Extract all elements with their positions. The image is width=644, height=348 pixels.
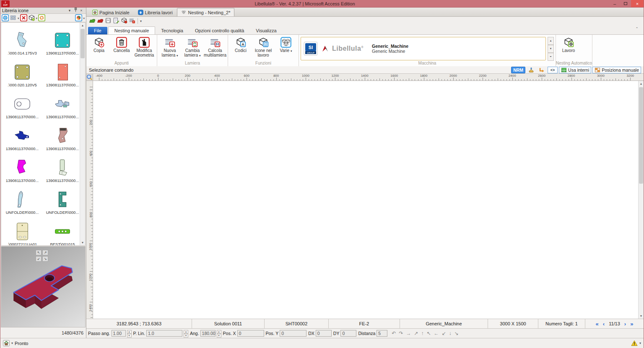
warning-menu-icon[interactable]: ▾	[639, 341, 641, 345]
open-red-button[interactable]	[97, 17, 104, 25]
scroll-down-icon[interactable]: ▼	[80, 240, 85, 245]
nrm-toggle[interactable]: NRM	[511, 67, 525, 73]
machine-down-icon[interactable]: ▼	[548, 45, 554, 53]
library-part-item[interactable]: .\000.014.175V3	[2, 23, 42, 55]
posiziona-manuale-toggle[interactable]: Posiziona manuale	[592, 67, 641, 73]
document-tab-nesting[interactable]: Nesting - Nexting_2*	[177, 8, 235, 16]
machine-up-icon[interactable]: ▲	[548, 37, 554, 45]
sync-parts-button[interactable]	[2, 14, 9, 21]
ribbon-button-new-sheet[interactable]: Nuova lamiera ▾	[159, 36, 181, 58]
library-part-item[interactable]: BEST\001015	[42, 215, 83, 246]
release-tool[interactable]	[527, 67, 536, 73]
document-tab-home[interactable]: Pagina Iniziale	[88, 8, 134, 16]
panel-close-button[interactable]: ×	[78, 8, 84, 13]
expand-down-left-icon[interactable]: ↙	[36, 256, 42, 262]
field-input-ang[interactable]: 180.00	[200, 330, 216, 337]
field-input-dy[interactable]: 0	[340, 330, 356, 337]
spin-down-icon[interactable]: ▼	[127, 334, 132, 338]
canvas-scrollbar[interactable]: ▲ ▼	[638, 81, 644, 319]
prev-sheet-button[interactable]: ‹	[603, 321, 605, 327]
last-sheet-button[interactable]: »	[630, 321, 633, 327]
ribbon-button-misc[interactable]: Varie ▾	[275, 36, 297, 54]
code-toggle[interactable]: <>	[548, 67, 558, 73]
nesting-canvas[interactable]	[93, 81, 638, 319]
move-left-icon[interactable]: ←	[434, 330, 439, 336]
sheet-alert-button[interactable]	[129, 17, 135, 25]
library-part-item[interactable]: 1390811370\000...	[2, 87, 42, 119]
first-sheet-button[interactable]: «	[596, 321, 599, 327]
panel-scrollbar[interactable]: ▲ ▼	[80, 23, 85, 245]
scroll-up-icon[interactable]: ▲	[80, 23, 85, 28]
document-tab-library[interactable]: Libreria lavori	[134, 8, 177, 16]
spin-up-icon[interactable]: ▲	[127, 330, 132, 334]
spin-down-icon[interactable]: ▼	[184, 334, 188, 338]
ribbon-button-calc-multisheet[interactable]: Calcola multilamiera	[204, 36, 226, 58]
view-mode-button-menu-icon[interactable]: ▾	[18, 15, 19, 20]
delete-part-button[interactable]	[20, 14, 27, 21]
box-alert-button[interactable]	[121, 17, 127, 25]
status-menu-icon[interactable]: ▾	[11, 341, 13, 345]
move-up-icon[interactable]: ↑	[421, 330, 424, 336]
library-part-item[interactable]: 1390811370\000...	[42, 23, 83, 55]
ribbon-button-copy[interactable]: Copia	[88, 36, 110, 53]
ribbon-tab-file[interactable]: File	[88, 27, 107, 34]
collapse-ribbon-icon[interactable]: ⌃	[634, 27, 640, 33]
library-part-item[interactable]: UNFOLDER\000...	[2, 183, 42, 215]
ribbon-button-job-icons[interactable]: Icone nel lavoro	[252, 36, 274, 58]
move-right-icon[interactable]: →	[406, 330, 411, 336]
view-mode-button[interactable]	[10, 14, 17, 21]
qat-overflow-icon[interactable]: ▾	[140, 19, 142, 23]
move-down-right-icon[interactable]: ↘	[454, 330, 459, 336]
open-green-button[interactable]	[89, 17, 96, 25]
expand-up-right-icon[interactable]: ↗	[42, 250, 48, 255]
library-part-item[interactable]: .\00027211UA01	[2, 215, 42, 246]
library-part-item[interactable]: 1390811370\000...	[42, 151, 83, 183]
warning-icon[interactable]	[631, 340, 638, 346]
field-input-pos-x[interactable]: 0	[237, 330, 264, 337]
field-input-passo-ang[interactable]: 1.00	[112, 330, 126, 337]
library-part-item[interactable]: 1390811370\000...	[2, 119, 42, 151]
home-status-icon[interactable]	[3, 340, 10, 346]
edit-doc-button[interactable]	[113, 17, 119, 25]
ribbon-tab-nesting-manuale[interactable]: Nesting manuale	[108, 26, 156, 34]
refresh-library-button[interactable]	[38, 14, 45, 21]
library-part-item[interactable]: .\000.020.120V5	[2, 55, 42, 87]
machine-selector[interactable]: SIGROUPLibellula®Generic_MachineGeneric …	[301, 37, 546, 60]
close-button[interactable]: ×	[631, 0, 644, 7]
field-input-p-lin[interactable]: 1.0	[146, 330, 182, 337]
ribbon-tab-visualizza[interactable]: Visualizza	[250, 27, 282, 34]
move-down-icon[interactable]: ↓	[449, 330, 452, 336]
part-options-button-menu-icon[interactable]: ▾	[36, 15, 38, 20]
spin-up-icon[interactable]: ▲	[184, 330, 188, 334]
ribbon-button-change-sheet[interactable]: Cambia lamiera ▾	[182, 36, 203, 58]
library-part-item[interactable]: 1390811370\000...	[2, 151, 42, 183]
ribbon-tab-opzioni-controllo-qualit-[interactable]: Opzioni controllo qualità	[189, 27, 250, 34]
minimize-button[interactable]: –	[609, 0, 620, 7]
bend-arrow-tool[interactable]	[537, 67, 546, 73]
machine-more-icon[interactable]: ⏷	[548, 53, 554, 61]
ribbon-button-delete[interactable]: Cancella	[111, 36, 132, 53]
part-3d-preview[interactable]: ↖ ↗ ↙ ↘	[1, 246, 86, 328]
usa-interni-toggle[interactable]: Usa interni	[559, 67, 591, 73]
part-options-button[interactable]	[28, 14, 35, 21]
expand-down-right-icon[interactable]: ↘	[42, 256, 48, 262]
library-part-item[interactable]: 1390811370\000...	[42, 87, 83, 119]
field-input-dx[interactable]: 0	[316, 330, 332, 337]
library-part-item[interactable]: 1390811370\000...	[42, 55, 83, 87]
expand-up-left-icon[interactable]: ↖	[36, 250, 42, 255]
ribbon-button-codes[interactable]: ACodici	[230, 36, 252, 53]
field-input-distanza[interactable]: 5	[377, 330, 387, 337]
save-button[interactable]	[105, 17, 112, 25]
library-part-item[interactable]: 1390811370\000...	[42, 119, 83, 151]
next-sheet-button[interactable]: ›	[624, 321, 626, 327]
restore-button[interactable]	[620, 0, 631, 7]
library-part-item[interactable]: UNFOLDER\000...	[42, 183, 83, 215]
zoom-tool-icon[interactable]	[86, 74, 93, 81]
canvas-scroll-down-icon[interactable]: ▼	[639, 313, 644, 319]
ribbon-button-edit-geometry[interactable]: Modifica Geometria	[133, 36, 155, 58]
pin-icon[interactable]	[73, 8, 78, 13]
move-up-left-icon[interactable]: ↖	[427, 330, 431, 336]
color-mode-button[interactable]	[75, 14, 82, 21]
ribbon-tab-tecnologia[interactable]: Tecnologia	[155, 27, 189, 34]
spin-up-icon[interactable]: ▲	[217, 330, 221, 334]
